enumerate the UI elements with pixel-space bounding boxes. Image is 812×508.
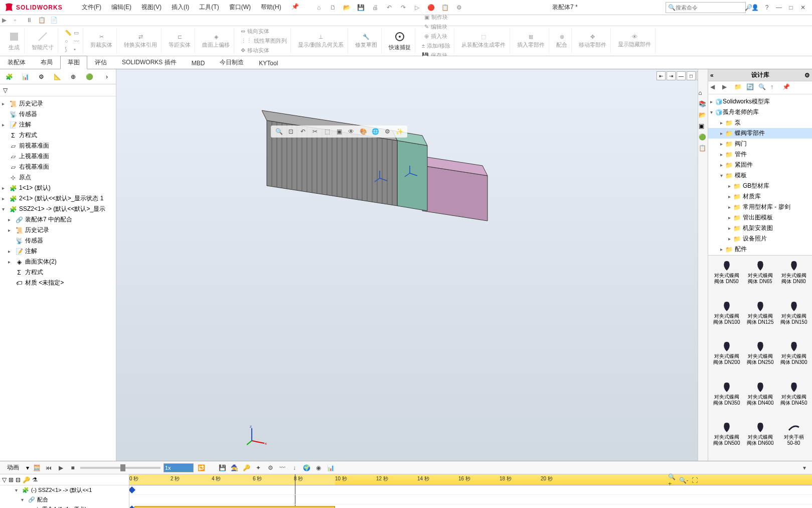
contact-icon[interactable]: ◉ [314, 463, 323, 472]
calc-icon[interactable]: 🧮 [32, 463, 41, 472]
lib-folder[interactable]: ▸📁管件 [708, 149, 812, 160]
feature-tree-tab-icon[interactable]: 🧩 [2, 71, 16, 83]
arc-tool[interactable]: ⟆ [64, 46, 72, 53]
zoom-fit-icon[interactable]: 🔍 [274, 126, 284, 137]
stop-icon[interactable]: ■ [68, 463, 77, 472]
lib-up-icon[interactable]: ↑ [770, 83, 779, 92]
lib-folder[interactable]: ▸📁设备照片 [708, 233, 812, 244]
tree-item[interactable]: ▱右视基准面 [0, 162, 116, 172]
play-icon[interactable]: ▶ [56, 463, 65, 472]
feature-tree[interactable]: ▸📜历史记录📡传感器▸📝注解Σ方程式▱前视基准面▱上视基准面▱右视基准面⊹原点▸… [0, 96, 116, 461]
view-orient-icon[interactable]: ⬚ [322, 126, 332, 137]
render-icon[interactable]: ✨ [394, 126, 404, 137]
print-icon[interactable]: 🖨 [370, 3, 380, 13]
lib-search-icon[interactable]: 🔍 [758, 83, 767, 92]
anim-wizard-icon[interactable]: 🧙 [230, 463, 239, 472]
lib-add-icon[interactable]: 📁 [734, 83, 743, 92]
gravity-icon[interactable]: 🌍 [302, 463, 311, 472]
loop-icon[interactable]: 🔁 [197, 463, 206, 472]
results-icon[interactable]: 📊 [326, 463, 335, 472]
timeline-row-c4[interactable] [129, 504, 812, 508]
select-icon[interactable]: ▷ [412, 3, 422, 13]
thumbnail-item[interactable]: 对夹式蝶阀阀体 DN450 [777, 379, 810, 419]
tree-item[interactable]: ▸📝注解 [0, 246, 116, 257]
taskpane-home-icon[interactable]: ⌂ [699, 89, 708, 98]
surface-offset-button[interactable]: ◈曲面上偏移 [201, 33, 231, 50]
lib-folder[interactable]: ▸📁机架安装图 [708, 223, 812, 233]
thumbnail-item[interactable]: 对夹式蝶阀阀体 DN250 [744, 338, 776, 378]
pattern-button[interactable]: ⋮⋮线性草图阵列 [240, 37, 287, 45]
point-tool[interactable]: • [73, 46, 80, 53]
display-style-icon[interactable]: ▣ [334, 126, 344, 137]
zoom-fit-timeline-icon[interactable]: ⛶ [690, 476, 699, 485]
vp-maximize-icon[interactable]: □ [687, 71, 696, 80]
tl-filter2-icon[interactable]: ⚗ [32, 476, 38, 483]
lib-folder[interactable]: ▸📁管出图模板 [708, 212, 812, 223]
config-tab-icon[interactable]: ⚙ [34, 71, 48, 83]
taskpane-library-icon[interactable]: 📚 [699, 100, 708, 109]
thumbnail-item[interactable]: 对夹式蝶阀阀体 DN600 [744, 419, 776, 459]
tab-kytool[interactable]: KYTool [251, 57, 285, 69]
addkey-icon[interactable]: ✦ [254, 463, 263, 472]
section-view-icon[interactable]: ✂ [310, 126, 320, 137]
taskpane-appearance-icon[interactable]: 🟢 [699, 134, 708, 143]
lib-back-icon[interactable]: ◀ [710, 83, 719, 92]
circle-tool[interactable]: ○ [64, 38, 72, 45]
insert-block-button[interactable]: ⊕插入块 [424, 32, 448, 41]
lib-folder[interactable]: ▸📁材质库 [708, 191, 812, 202]
undo-icon[interactable]: ↶ [384, 3, 394, 13]
menu-window[interactable]: 窗口(W) [224, 1, 256, 14]
lib-folder[interactable]: ▸📁泵 [708, 117, 812, 128]
menu-edit[interactable]: 编辑(E) [106, 1, 136, 14]
collapse-timeline-icon[interactable]: ▾ [800, 463, 809, 472]
settings-icon[interactable]: ⚙ [454, 3, 464, 13]
dimension-tab-icon[interactable]: 📐 [50, 71, 64, 83]
maximize-icon[interactable]: □ [786, 3, 796, 13]
rebuild-icon[interactable]: 🔴 [426, 3, 436, 13]
minimize-icon[interactable]: — [774, 3, 784, 13]
tree-item[interactable]: 🏷材质 <未指定> [0, 278, 116, 288]
lib-folder[interactable]: ▸📁配件 [708, 244, 812, 255]
smart-dimension-button[interactable]: 智能尺寸 [31, 30, 55, 52]
play-icon[interactable]: ▶ [2, 17, 10, 25]
thumbnail-item[interactable]: 对夹式蝶阀阀体 DN500 [710, 419, 743, 459]
spring-icon[interactable]: 〰 [278, 463, 287, 472]
mirror-button[interactable]: ⇔镜向实体 [240, 27, 287, 36]
vp-dock-right-icon[interactable]: ⇥ [667, 71, 676, 80]
rect-tool[interactable]: ▭ [73, 29, 80, 37]
lib-refresh-icon[interactable]: 🔄 [746, 83, 755, 92]
user-icon[interactable]: 👤 [750, 3, 760, 13]
thumbnail-item[interactable]: 对夹式蝶阀阀体 DN300 [777, 338, 810, 378]
zoom-out-timeline-icon[interactable]: 🔍- [679, 476, 688, 485]
tab-evaluate[interactable]: 评估 [87, 56, 114, 69]
graphics-viewport[interactable]: ⇤ ⇥ — □ ✕ [116, 69, 708, 461]
pause-icon[interactable]: ⏸ [26, 17, 34, 25]
filter-icon[interactable]: ▽ [3, 87, 8, 94]
tab-sketch[interactable]: 草图 [60, 56, 87, 69]
thumbnail-item[interactable]: 对夹式蝶阀阀体 DN50 [710, 258, 743, 297]
lib-folder[interactable]: ▸📁GB型材库 [708, 181, 812, 191]
search-input[interactable] [676, 5, 745, 11]
thumbnail-item[interactable]: 对夹式蝶阀阀体 DN65 [744, 258, 776, 297]
make-block-button[interactable]: ▣制作块 [424, 13, 448, 22]
menu-tools[interactable]: 工具(T) [194, 1, 224, 14]
tree-item[interactable]: ▸📜历史记录 [0, 98, 116, 109]
timeline-tracks[interactable]: 0 秒2 秒4 秒6 秒8 秒10 秒12 秒14 秒16 秒18 秒20 秒 [129, 474, 812, 508]
lib-root-1[interactable]: ▸🧊 Solidworks模型库 [708, 96, 812, 107]
thumbnail-item[interactable]: 对夹式蝶阀阀体 DN80 [777, 258, 810, 297]
thumbnail-item[interactable]: 对夹式蝶阀阀体 DN100 [710, 298, 743, 338]
lib-root-2[interactable]: ▾🧊 孤舟老师的库 [708, 107, 812, 117]
tree-item[interactable]: ▾🧩SSZ2<1> -> (默认<<默认>_显示 [0, 204, 116, 214]
zoom-area-icon[interactable]: ⊡ [286, 126, 296, 137]
redo-icon[interactable]: ↷ [398, 3, 408, 13]
lib-folder[interactable]: ▸📁常用型材库 - 廖剑 [708, 202, 812, 212]
tree-item[interactable]: 📡传感器 [0, 109, 116, 119]
thumbnail-item[interactable]: 对夹式蝶阀阀体 DN350 [710, 379, 743, 419]
vp-dock-left-icon[interactable]: ⇤ [657, 71, 666, 80]
animation-type-label[interactable]: 动画 [3, 463, 23, 472]
anim-dropdown-icon[interactable]: ▾ [26, 464, 29, 471]
timeline-tree-item[interactable]: ⊥重合4 (1<1>,原点) [0, 504, 129, 508]
timeline-tree-item[interactable]: ▾🧩(-) SSZ2<1> -> (默认<<1 [0, 485, 129, 495]
convert-button[interactable]: ⇄转换实体引用 [123, 33, 158, 50]
taskpane-explorer-icon[interactable]: 📂 [699, 111, 708, 120]
